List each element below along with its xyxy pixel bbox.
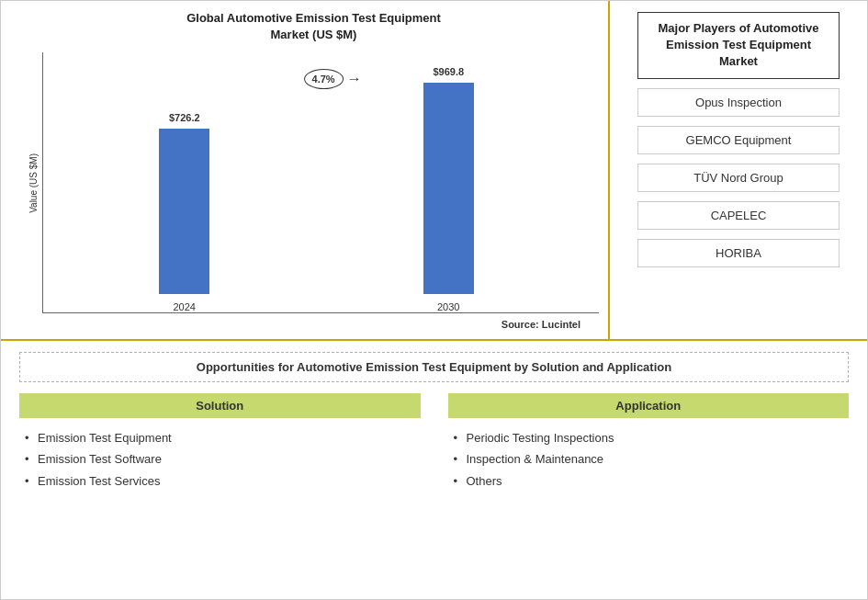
bars-container: 4.7% → $726.2 2024 $969.8 bbox=[42, 52, 599, 313]
bar-2030 bbox=[423, 83, 474, 294]
player-opus: Opus Inspection bbox=[637, 88, 840, 117]
solution-items: Emission Test Equipment Emission Test So… bbox=[19, 427, 421, 492]
application-item-1: Inspection & Maintenance bbox=[454, 448, 850, 470]
source-text: Source: Lucintel bbox=[28, 319, 599, 330]
top-section: Global Automotive Emission Test Equipmen… bbox=[1, 1, 867, 341]
application-item-0: Periodic Testing Inspections bbox=[454, 427, 850, 448]
bottom-section: Opportunities for Automotive Emission Te… bbox=[1, 341, 867, 599]
application-header: Application bbox=[448, 393, 850, 418]
main-container: Global Automotive Emission Test Equipmen… bbox=[0, 0, 868, 600]
solution-item-1: Emission Test Software bbox=[25, 448, 421, 470]
cagr-ellipse: 4.7% bbox=[304, 69, 344, 89]
player-horiba: HORIBA bbox=[637, 239, 840, 267]
chart-inner: 4.7% → $726.2 2024 $969.8 bbox=[42, 52, 599, 313]
bar-label-2024: 2024 bbox=[174, 301, 196, 312]
bottom-content: Solution Emission Test Equipment Emissio… bbox=[19, 393, 849, 588]
bar-group-2030: $969.8 2030 bbox=[423, 66, 474, 312]
solution-header: Solution bbox=[19, 393, 421, 418]
application-item-2: Others bbox=[454, 470, 850, 492]
solution-item-2: Emission Test Services bbox=[25, 470, 421, 492]
players-title: Major Players of Automotive Emission Tes… bbox=[637, 12, 840, 79]
cagr-arrow: → bbox=[347, 71, 362, 87]
bar-value-2030: $969.8 bbox=[433, 66, 464, 77]
bar-2024 bbox=[159, 129, 209, 294]
bottom-title: Opportunities for Automotive Emission Te… bbox=[19, 352, 849, 382]
players-section: Major Players of Automotive Emission Tes… bbox=[610, 1, 867, 339]
bar-label-2030: 2030 bbox=[437, 301, 459, 312]
y-axis-label: Value (US $M) bbox=[28, 153, 39, 213]
chart-section: Global Automotive Emission Test Equipmen… bbox=[1, 1, 610, 339]
application-items: Periodic Testing Inspections Inspection … bbox=[448, 427, 850, 492]
solution-item-0: Emission Test Equipment bbox=[25, 427, 421, 448]
application-column: Application Periodic Testing Inspections… bbox=[448, 393, 850, 588]
chart-area: Value (US $M) 4.7% → $726.2 2024 bbox=[28, 52, 599, 313]
cagr-container: 4.7% → bbox=[304, 69, 362, 89]
bar-value-2024: $726.2 bbox=[169, 112, 200, 123]
chart-title: Global Automotive Emission Test Equipmen… bbox=[186, 10, 441, 43]
player-tuv: TÜV Nord Group bbox=[637, 164, 840, 192]
solution-column: Solution Emission Test Equipment Emissio… bbox=[19, 393, 421, 588]
player-capelec: CAPELEC bbox=[637, 201, 840, 230]
player-gemco: GEMCO Equipment bbox=[637, 126, 840, 154]
bar-group-2024: $726.2 2024 bbox=[159, 112, 209, 312]
